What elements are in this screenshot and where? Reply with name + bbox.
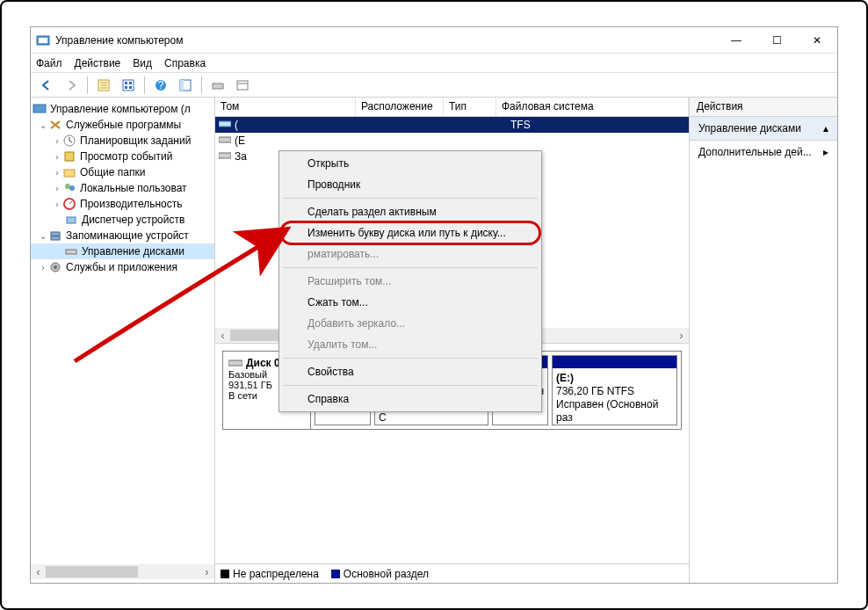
tree-performance[interactable]: › Производительность bbox=[31, 196, 214, 212]
back-button[interactable] bbox=[36, 76, 57, 95]
menu-view[interactable]: Вид bbox=[133, 57, 152, 69]
tree-storage[interactable]: ⌄ Запоминающие устройст bbox=[31, 228, 214, 243]
svg-rect-5 bbox=[129, 82, 132, 84]
ctx-properties[interactable]: Свойства bbox=[281, 361, 539, 382]
toolbar-icon-5[interactable] bbox=[232, 76, 253, 95]
tree[interactable]: Управление компьютером (л ⌄ Служебные пр… bbox=[31, 101, 214, 275]
collapse-icon[interactable]: ⌄ bbox=[38, 231, 48, 241]
tree-services[interactable]: › Службы и приложения bbox=[31, 259, 214, 275]
scroll-track[interactable] bbox=[46, 564, 199, 579]
svg-rect-28 bbox=[219, 137, 231, 142]
col-fs[interactable]: Файловая система bbox=[496, 98, 689, 116]
svg-rect-27 bbox=[219, 121, 231, 127]
svg-point-19 bbox=[69, 185, 75, 191]
actions-section[interactable]: Управление дисками ▴ bbox=[690, 117, 837, 141]
expand-icon[interactable]: › bbox=[52, 184, 62, 193]
svg-rect-12 bbox=[213, 84, 223, 89]
ctx-delete[interactable]: Удалить том... bbox=[281, 334, 539, 355]
toolbar-separator bbox=[87, 76, 88, 94]
tree-scrollbar[interactable]: ‹ › bbox=[31, 564, 214, 579]
drive-icon bbox=[219, 150, 231, 163]
storage-icon bbox=[48, 229, 62, 243]
expand-icon[interactable]: › bbox=[52, 168, 62, 178]
computer-icon bbox=[33, 102, 47, 116]
scroll-right-icon[interactable]: › bbox=[674, 328, 689, 343]
help-button[interactable]: ? bbox=[150, 76, 171, 95]
svg-rect-30 bbox=[228, 360, 242, 366]
toolbar-icon-1[interactable] bbox=[93, 76, 114, 95]
expand-icon[interactable]: › bbox=[52, 152, 62, 162]
svg-rect-16 bbox=[65, 152, 74, 161]
toolbar-separator bbox=[144, 76, 145, 94]
tree-devmgr[interactable]: Диспетчер устройств bbox=[31, 212, 214, 228]
collapse-icon: ▴ bbox=[823, 122, 828, 134]
svg-rect-17 bbox=[64, 170, 75, 177]
screenshot-frame: Управление компьютером — ☐ ✕ Файл Действ… bbox=[0, 0, 868, 610]
perf-icon bbox=[62, 197, 76, 211]
scroll-left-icon[interactable]: ‹ bbox=[215, 328, 230, 343]
ctx-separator bbox=[283, 267, 538, 268]
maximize-button[interactable]: ☐ bbox=[756, 27, 797, 53]
tree-shared[interactable]: › Общие папки bbox=[31, 164, 214, 180]
col-layout[interactable]: Расположение bbox=[356, 98, 444, 116]
expand-icon[interactable]: › bbox=[38, 263, 48, 272]
forward-button[interactable] bbox=[61, 76, 82, 95]
col-type[interactable]: Тип bbox=[444, 98, 496, 116]
tree-eventviewer[interactable]: › Просмотр событий bbox=[31, 149, 214, 164]
menu-help[interactable]: Справка bbox=[164, 57, 206, 69]
svg-rect-6 bbox=[125, 86, 127, 89]
actions-more[interactable]: Дополнительные дей... ▸ bbox=[690, 141, 837, 163]
ctx-extend[interactable]: Расширить том... bbox=[281, 271, 539, 292]
scroll-thumb[interactable] bbox=[46, 566, 138, 577]
event-icon bbox=[62, 149, 76, 163]
tree-scheduler[interactable]: › Планировщик заданий bbox=[31, 133, 214, 149]
app-icon bbox=[36, 33, 50, 47]
svg-rect-11 bbox=[180, 80, 184, 91]
close-button[interactable]: ✕ bbox=[797, 27, 837, 53]
legend-primary: Основной раздел bbox=[331, 568, 429, 580]
ctx-format[interactable]: рматировать... bbox=[281, 243, 539, 265]
ctx-open[interactable]: Открыть bbox=[281, 153, 539, 174]
svg-rect-7 bbox=[129, 86, 132, 89]
drive-icon bbox=[219, 134, 231, 147]
toolbar-icon-2[interactable] bbox=[118, 76, 139, 95]
expand-icon[interactable]: › bbox=[52, 200, 62, 209]
window-buttons: — ☐ ✕ bbox=[716, 27, 837, 53]
drive-icon bbox=[228, 358, 242, 368]
volume-row[interactable]: ( TFS bbox=[215, 117, 689, 133]
tree-root[interactable]: Управление компьютером (л bbox=[31, 101, 214, 117]
col-volume[interactable]: Том bbox=[215, 98, 356, 116]
toolbar-icon-4[interactable] bbox=[207, 76, 228, 95]
ctx-change-letter[interactable]: Изменить букву диска или путь к диску... bbox=[281, 222, 539, 243]
scroll-right-icon[interactable]: › bbox=[199, 564, 214, 579]
menu-action[interactable]: Действие bbox=[75, 57, 121, 69]
collapse-icon[interactable]: ⌄ bbox=[38, 120, 48, 130]
menu-file[interactable]: Файл bbox=[36, 57, 62, 69]
scroll-left-icon[interactable]: ‹ bbox=[31, 564, 46, 579]
titlebar[interactable]: Управление компьютером — ☐ ✕ bbox=[31, 27, 837, 54]
tree-users[interactable]: › Локальные пользоват bbox=[31, 180, 214, 196]
actions-header: Действия bbox=[690, 98, 837, 117]
tree-diskmgmt[interactable]: Управление дисками bbox=[31, 243, 214, 259]
tree-system-tools[interactable]: ⌄ Служебные программы bbox=[31, 117, 214, 133]
partition[interactable]: (E:) 736,20 ГБ NTFS Исправен (Основной р… bbox=[552, 355, 677, 425]
volume-row[interactable]: (E bbox=[215, 133, 689, 149]
toolbar-separator bbox=[201, 76, 202, 94]
window-title: Управление компьютером bbox=[55, 34, 716, 47]
ctx-active[interactable]: Сделать раздел активным bbox=[281, 201, 539, 222]
ctx-explorer[interactable]: Проводник bbox=[281, 174, 539, 195]
ctx-help[interactable]: Справка bbox=[281, 389, 539, 410]
disk-icon bbox=[64, 244, 78, 258]
minimize-button[interactable]: — bbox=[716, 27, 756, 53]
svg-rect-29 bbox=[219, 153, 231, 158]
menubar: Файл Действие Вид Справка bbox=[31, 54, 837, 73]
ctx-separator bbox=[283, 358, 538, 359]
expand-icon[interactable]: › bbox=[52, 136, 62, 146]
ctx-mirror[interactable]: Добавить зеркало... bbox=[281, 313, 539, 334]
tools-icon bbox=[48, 118, 62, 132]
toolbar-icon-3[interactable] bbox=[175, 76, 196, 95]
svg-point-26 bbox=[54, 265, 57, 269]
ctx-shrink[interactable]: Сжать том... bbox=[281, 292, 539, 313]
svg-rect-4 bbox=[125, 82, 127, 84]
svg-text:?: ? bbox=[158, 79, 164, 91]
